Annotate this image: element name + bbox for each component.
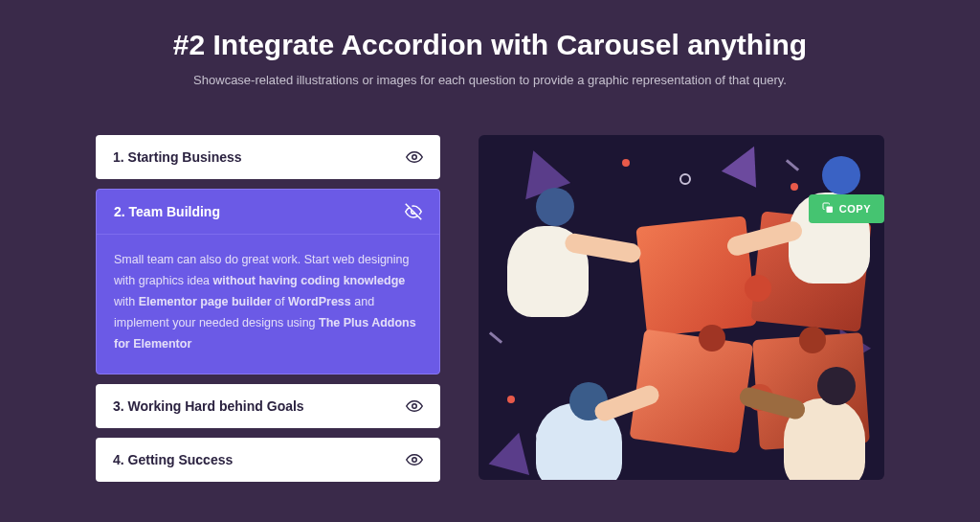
eye-icon <box>406 148 423 166</box>
accordion-item-1[interactable]: 1. Starting Business <box>96 135 440 179</box>
svg-rect-3 <box>826 207 833 214</box>
content-row: 1. Starting Business 2. Team Building Sm… <box>96 135 884 491</box>
accordion-title: 3. Working Hard behind Goals <box>113 398 304 414</box>
accordion-item-2[interactable]: 2. Team Building Small team can also do … <box>96 189 440 374</box>
accordion-body: Small team can also do great work. Start… <box>97 235 439 374</box>
svg-point-1 <box>412 404 417 409</box>
accordion-title: 1. Starting Business <box>113 149 242 165</box>
svg-point-0 <box>412 155 417 160</box>
illustration <box>479 135 884 480</box>
eye-off-icon <box>405 203 422 220</box>
accordion: 1. Starting Business 2. Team Building Sm… <box>96 135 440 491</box>
accordion-item-3[interactable]: 3. Working Hard behind Goals <box>96 384 440 428</box>
eye-icon <box>406 451 423 468</box>
section-subheading: Showcase-related illustrations or images… <box>96 73 884 87</box>
copy-icon <box>822 202 834 216</box>
carousel-panel: COPY <box>479 135 884 480</box>
accordion-title: 4. Getting Success <box>113 452 233 467</box>
accordion-item-4[interactable]: 4. Getting Success <box>96 438 440 482</box>
section-heading: #2 Integrate Accordion with Carousel any… <box>96 29 884 61</box>
accordion-title: 2. Team Building <box>114 204 220 219</box>
copy-button[interactable]: COPY <box>809 194 884 223</box>
eye-icon <box>406 397 423 415</box>
copy-label: COPY <box>839 203 871 215</box>
svg-point-2 <box>412 458 417 463</box>
